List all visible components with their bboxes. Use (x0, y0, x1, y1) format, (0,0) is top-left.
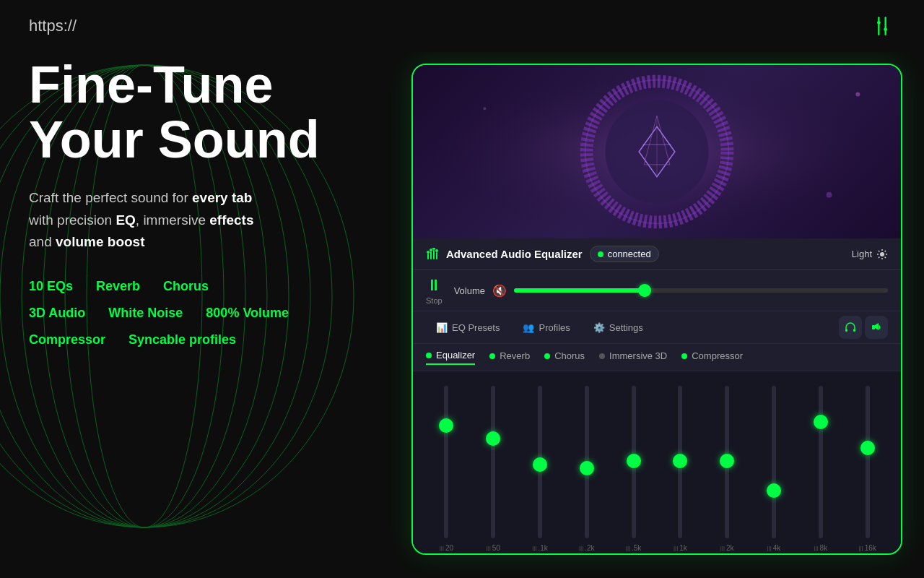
eq-thumb-.1k[interactable] (533, 457, 547, 472)
visualizer-svg (413, 65, 901, 238)
tab-settings[interactable]: ⚙️ Settings (583, 318, 653, 337)
eq-band-20: ||| 20 (426, 386, 467, 552)
effect-tab-reverb[interactable]: Reverb (489, 350, 530, 364)
chorus-label: Chorus (554, 350, 585, 361)
reverb-dot (489, 353, 495, 359)
svg-rect-44 (853, 329, 855, 332)
settings-sliders-icon[interactable] (869, 13, 895, 39)
eq-band-4k: ||| 4k (754, 386, 795, 552)
effect-tab-compressor[interactable]: Compressor (681, 350, 743, 364)
effect-tab-immersive3d[interactable]: Immersive 3D (599, 350, 667, 364)
eq-slider-container-.2k[interactable] (566, 386, 607, 538)
eq-band-.1k: ||| .1k (520, 386, 561, 552)
eq-thumb-20[interactable] (439, 418, 453, 433)
compressor-label: Compressor (692, 350, 743, 361)
eq-thumb-50[interactable] (486, 431, 500, 446)
eq-slider-container-50[interactable] (473, 386, 514, 538)
svg-line-41 (885, 251, 886, 251)
eq-slider-container-2k[interactable] (707, 386, 748, 538)
nav-tabs: 📊 EQ Presets 👥 Profiles ⚙️ Settings (413, 311, 901, 344)
eq-band-1k: ||| 1k (660, 386, 701, 552)
light-toggle[interactable]: Light (852, 249, 888, 260)
speaker-icon-btn[interactable] (865, 316, 888, 339)
compressor-dot (681, 353, 687, 359)
eq-thumb-16k[interactable] (860, 441, 875, 455)
headline: Fine-TuneYour Sound (29, 58, 390, 167)
feature-3daudio: 3D Audio (29, 306, 85, 321)
app-title-left: Advanced Audio Equalizer connected (426, 246, 659, 262)
url-display: https:// (29, 17, 77, 35)
subtext: Craft the perfect sound for every tab wi… (29, 187, 390, 253)
feature-syncable: Syncable profiles (128, 332, 236, 348)
svg-line-39 (879, 251, 879, 251)
eq-label-.1k: ||| .1k (532, 544, 548, 552)
eq-label-50: ||| 50 (487, 544, 500, 552)
eq-thumb-4k[interactable] (767, 483, 781, 498)
volume-thumb[interactable] (638, 284, 651, 297)
effect-tab-equalizer[interactable]: Equalizer (426, 350, 475, 365)
svg-point-33 (435, 249, 438, 252)
eq-label-1k: ||| 1k (674, 544, 687, 552)
features-row-1: 10 EQs Reverb Chorus (29, 279, 390, 294)
svg-point-15 (855, 92, 860, 96)
eq-slider-container-20[interactable] (426, 386, 467, 538)
volume-label: Volume (454, 285, 485, 296)
tab-eq-presets[interactable]: 📊 EQ Presets (426, 318, 510, 337)
eq-band-2k: ||| 2k (707, 386, 748, 552)
eq-slider-container-.5k[interactable] (613, 386, 654, 538)
app-panel: Advanced Audio Equalizer connected Light (411, 64, 902, 555)
eq-track-4k (772, 386, 776, 538)
eq-thumb-.2k[interactable] (580, 461, 594, 475)
feature-reverb: Reverb (96, 279, 140, 294)
eq-thumb-2k[interactable] (720, 454, 734, 468)
equalizer-dot (426, 353, 432, 358)
svg-rect-43 (845, 329, 847, 332)
eq-band-50: ||| 50 (473, 386, 514, 552)
eq-band-.2k: ||| .2k (566, 386, 607, 552)
eq-track-2k (725, 386, 729, 538)
connected-badge: connected (590, 246, 659, 262)
volume-control: Volume 🔇 (454, 284, 888, 298)
connected-dot (598, 251, 603, 257)
feature-chorus: Chorus (163, 279, 209, 294)
eq-thumb-8k[interactable] (814, 415, 828, 429)
eq-track-16k (866, 386, 870, 538)
eq-slider-container-8k[interactable] (800, 386, 841, 538)
immersive3d-label: Immersive 3D (609, 350, 667, 361)
eq-thumb-1k[interactable] (673, 454, 687, 468)
connected-label: connected (608, 249, 651, 259)
eq-track-20 (444, 386, 448, 538)
eq-thumb-.5k[interactable] (627, 454, 641, 468)
eq-label-.2k: ||| .2k (579, 544, 595, 552)
eq-band-8k: ||| 8k (800, 386, 841, 552)
feature-whitenoise: White Noise (108, 306, 183, 321)
effect-tabs: Equalizer Reverb Chorus Immersive 3D Com… (413, 344, 901, 371)
features-row-2: 3D Audio White Noise 800% Volume (29, 306, 390, 321)
feature-compressor: Compressor (29, 332, 105, 348)
effect-tab-chorus[interactable]: Chorus (544, 350, 585, 364)
stop-area: ⏸ Stop (426, 276, 443, 305)
eq-slider-container-1k[interactable] (660, 386, 701, 538)
light-label: Light (852, 249, 872, 259)
svg-point-34 (880, 252, 884, 256)
eq-band-.5k: ||| .5k (613, 386, 654, 552)
svg-point-31 (430, 249, 432, 251)
headphone-icon-btn[interactable] (839, 316, 862, 339)
features-grid: 10 EQs Reverb Chorus 3D Audio White Nois… (29, 279, 390, 348)
eq-label-.5k: ||| .5k (626, 544, 642, 552)
eq-slider-container-.1k[interactable] (520, 386, 561, 538)
header: https:// (0, 0, 924, 52)
immersive3d-dot (599, 353, 605, 359)
eq-slider-container-16k[interactable] (847, 386, 888, 538)
eq-band-16k: ||| 16k (847, 386, 888, 552)
eq-presets-icon: 📊 (436, 322, 448, 333)
svg-rect-45 (872, 325, 875, 329)
mute-icon[interactable]: 🔇 (492, 284, 507, 298)
eq-slider-container-4k[interactable] (754, 386, 795, 538)
svg-rect-29 (436, 252, 437, 259)
chorus-dot (544, 353, 550, 359)
volume-slider[interactable] (514, 288, 888, 293)
tab-profiles[interactable]: 👥 Profiles (513, 318, 580, 337)
nav-icons-right (839, 316, 888, 339)
svg-rect-26 (427, 254, 429, 259)
